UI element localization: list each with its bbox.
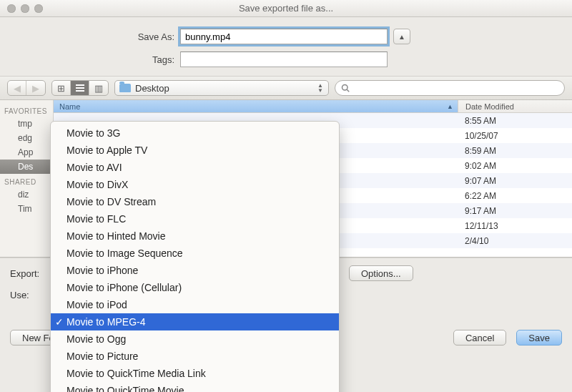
sidebar-item-tim[interactable]: Tim (0, 202, 53, 216)
cancel-label: Cancel (465, 333, 494, 343)
nav-back-button[interactable] (8, 81, 26, 95)
list-icon (76, 82, 84, 94)
options-button[interactable]: Options... (349, 265, 413, 281)
use-label: Use: (10, 290, 53, 300)
export-menu-item[interactable]: Movie to QuickTime Movie (51, 382, 339, 392)
sidebar-item-app[interactable]: App (0, 145, 53, 160)
folder-icon (4, 119, 14, 128)
computer-icon (4, 190, 14, 199)
export-menu-item[interactable]: Movie to 3G (51, 124, 339, 142)
export-menu-item[interactable]: Movie to Picture (51, 348, 339, 365)
file-date-cell: 12/11/13 (458, 221, 572, 231)
column-date-label: Date Modified (465, 102, 514, 111)
sidebar-item-label: edg (18, 133, 32, 143)
chevron-right-icon (32, 83, 39, 94)
search-icon (341, 84, 350, 92)
tags-label: Tags: (0, 54, 180, 65)
export-label: Export: (10, 268, 53, 279)
titlebar: Save exported file as... (0, 0, 572, 17)
sidebar-item-label: Tim (18, 204, 32, 214)
computer-icon (4, 205, 14, 213)
view-columns-button[interactable]: ▥ (89, 81, 108, 95)
grid-icon: ⊞ (57, 83, 65, 94)
export-format-menu[interactable]: Movie to 3GMovie to Apple TVMovie to AVI… (50, 121, 340, 392)
sidebar-item-label: tmp (18, 119, 32, 129)
sidebar-shared-header: SHARED (0, 174, 53, 187)
file-date-cell: 8:59 AM (458, 146, 572, 156)
sidebar-item-diz[interactable]: diz (0, 187, 53, 202)
sidebar-item-edg[interactable]: edg (0, 131, 53, 145)
folder-icon (4, 148, 14, 157)
window-title: Save exported file as... (0, 3, 572, 14)
export-menu-item[interactable]: Movie to FLC (51, 210, 339, 227)
sidebar-item-tmp[interactable]: tmp (0, 117, 53, 131)
svg-line-1 (347, 89, 349, 92)
export-menu-item[interactable]: Movie to AVI (51, 159, 339, 176)
export-menu-item[interactable]: Movie to MPEG-4 (51, 313, 339, 330)
chevron-left-icon (14, 83, 21, 94)
save-as-label: Save As: (0, 31, 180, 42)
sort-ascending-icon: ▲ (447, 103, 453, 110)
nav-forward-button[interactable] (26, 81, 45, 95)
file-date-cell: 9:02 AM (458, 161, 572, 171)
file-list-header: Name ▲ Date Modified (54, 100, 572, 113)
save-button[interactable]: Save (516, 330, 562, 346)
column-header-date[interactable]: Date Modified (458, 100, 572, 112)
sidebar-favorites-header: FAVORITES (0, 103, 53, 117)
columns-icon: ▥ (94, 83, 103, 94)
export-menu-item[interactable]: Movie to iPod (51, 296, 339, 313)
save-label: Save (528, 333, 550, 343)
export-menu-item[interactable]: Movie to Image Sequence (51, 245, 339, 262)
location-popup[interactable]: Desktop ▲▼ (114, 80, 329, 96)
tags-row: Tags: (0, 52, 572, 67)
file-date-cell: 6:22 AM (458, 191, 572, 201)
file-date-cell: 8:55 AM (458, 116, 572, 126)
sidebar-item-label: App (18, 147, 33, 157)
chevron-up-icon: ▲ (398, 33, 405, 41)
tags-input[interactable] (180, 52, 388, 67)
svg-point-0 (342, 85, 348, 91)
file-date-cell: 9:07 AM (458, 176, 572, 186)
cancel-button[interactable]: Cancel (453, 330, 506, 346)
folder-icon (4, 162, 14, 171)
export-menu-item[interactable]: Movie to DV Stream (51, 193, 339, 210)
stepper-icon: ▲▼ (315, 82, 326, 94)
export-menu-item[interactable]: Movie to iPhone (51, 262, 339, 279)
export-menu-item[interactable]: Movie to Apple TV (51, 142, 339, 159)
file-date-cell: 9:17 AM (458, 206, 572, 216)
column-name-label: Name (59, 102, 80, 111)
options-label: Options... (361, 268, 401, 279)
collapse-expand-button[interactable]: ▲ (393, 29, 410, 44)
file-date-cell: 2/4/10 (458, 236, 572, 246)
folder-icon (119, 84, 131, 92)
file-date-cell: 10/25/07 (458, 131, 572, 141)
sidebar-item-label: Des (18, 162, 33, 172)
export-menu-item[interactable]: Movie to DivX (51, 176, 339, 193)
column-header-name[interactable]: Name ▲ (54, 100, 458, 112)
nav-history-seg (7, 80, 46, 96)
sidebar: FAVORITES tmpedgAppDes SHARED dizTim (0, 100, 54, 257)
view-list-button[interactable] (71, 81, 89, 95)
export-menu-item[interactable]: Movie to Ogg (51, 330, 339, 348)
view-icons-button[interactable]: ⊞ (52, 81, 71, 95)
browser-toolbar: ⊞ ▥ Desktop ▲▼ (0, 76, 572, 100)
sidebar-item-label: diz (18, 190, 29, 200)
view-mode-seg: ⊞ ▥ (51, 80, 109, 96)
location-label: Desktop (135, 83, 169, 94)
export-menu-item[interactable]: Movie to iPhone (Cellular) (51, 279, 339, 296)
save-as-input[interactable] (180, 29, 388, 44)
save-as-row: Save As: ▲ (0, 29, 572, 44)
folder-icon (4, 134, 14, 142)
search-input[interactable] (354, 82, 558, 94)
export-menu-item[interactable]: Movie to Hinted Movie (51, 227, 339, 245)
sidebar-item-des[interactable]: Des (0, 160, 53, 174)
export-menu-item[interactable]: Movie to QuickTime Media Link (51, 365, 339, 382)
search-field[interactable] (335, 80, 565, 96)
